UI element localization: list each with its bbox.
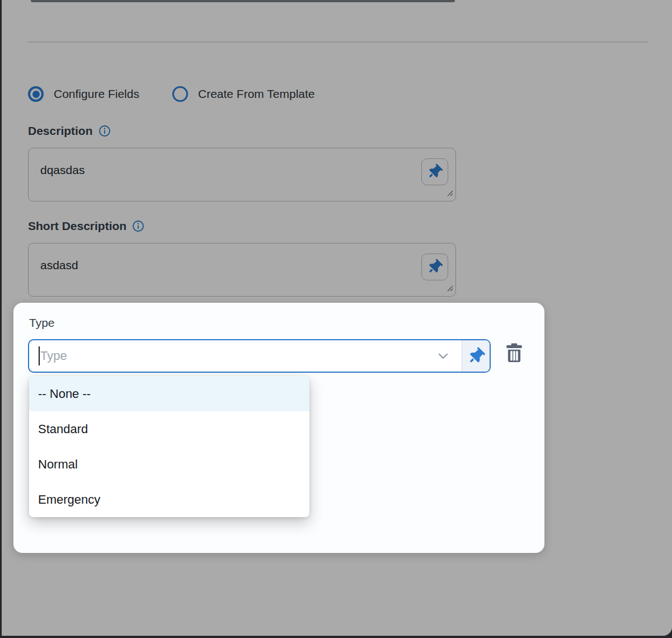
short-description-value: asdasd: [40, 259, 78, 272]
info-icon[interactable]: [98, 125, 111, 137]
cropped-field-bottom-border: [31, 0, 455, 2]
description-value: dqasdas: [40, 163, 84, 177]
short-description-label-row: Short Description: [28, 219, 144, 233]
pin-button[interactable]: [421, 254, 448, 280]
type-combobox: Type: [28, 339, 491, 373]
radio-label: Create From Template: [198, 87, 315, 101]
info-icon[interactable]: [132, 220, 144, 232]
type-combobox-input[interactable]: Type: [29, 340, 425, 372]
description-label: Description: [28, 124, 93, 138]
text-cursor: [39, 346, 40, 365]
resize-handle-icon[interactable]: [447, 284, 453, 294]
pin-button[interactable]: [421, 158, 448, 185]
type-placeholder: Type: [40, 349, 67, 363]
type-label: Type: [29, 316, 55, 330]
radio-option-configure-fields[interactable]: Configure Fields: [28, 86, 139, 102]
dropdown-option-standard[interactable]: Standard: [29, 411, 309, 447]
radio-option-create-from-template[interactable]: Create From Template: [172, 86, 315, 102]
type-dropdown-list: -- None -- Standard Normal Emergency: [29, 376, 309, 517]
short-description-textarea[interactable]: asdasd: [28, 243, 456, 297]
type-field-spotlight-card: Type Type -- None -- Standard: [13, 303, 544, 553]
description-label-row: Description: [28, 124, 111, 138]
trash-icon[interactable]: [504, 342, 525, 364]
radio-unselected-icon: [172, 86, 188, 102]
dropdown-option-none[interactable]: -- None --: [29, 376, 309, 411]
radio-selected-icon: [28, 86, 44, 102]
chevron-down-icon[interactable]: [425, 340, 462, 372]
dropdown-option-normal[interactable]: Normal: [29, 447, 309, 482]
description-textarea[interactable]: dqasdas: [28, 148, 456, 201]
short-description-label: Short Description: [28, 219, 126, 233]
pin-button[interactable]: [462, 340, 490, 372]
resize-handle-icon[interactable]: [447, 189, 453, 199]
dropdown-option-emergency[interactable]: Emergency: [29, 482, 309, 517]
radio-label: Configure Fields: [54, 87, 139, 101]
section-divider: [28, 41, 647, 43]
